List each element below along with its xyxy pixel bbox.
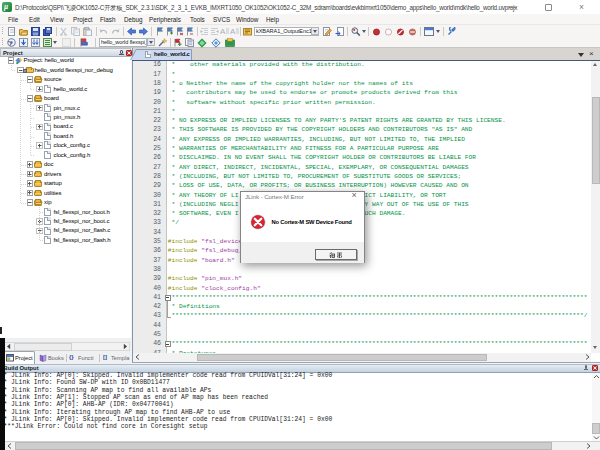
svg-text:A: A [230,27,236,36]
svg-text:A: A [220,27,226,36]
